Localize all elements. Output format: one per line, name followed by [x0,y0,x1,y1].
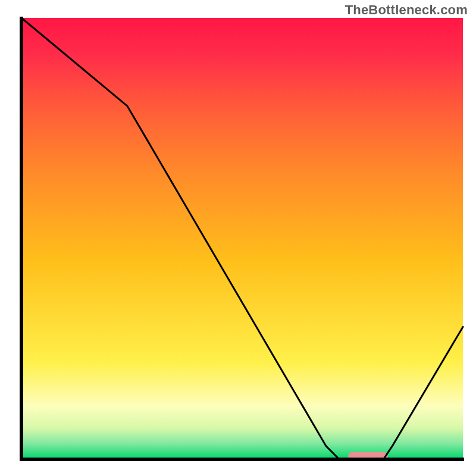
bottleneck-chart [0,0,476,476]
watermark-label: TheBottleneck.com [345,2,468,18]
chart-stage: TheBottleneck.com [0,0,476,476]
plot-background [21,18,463,459]
